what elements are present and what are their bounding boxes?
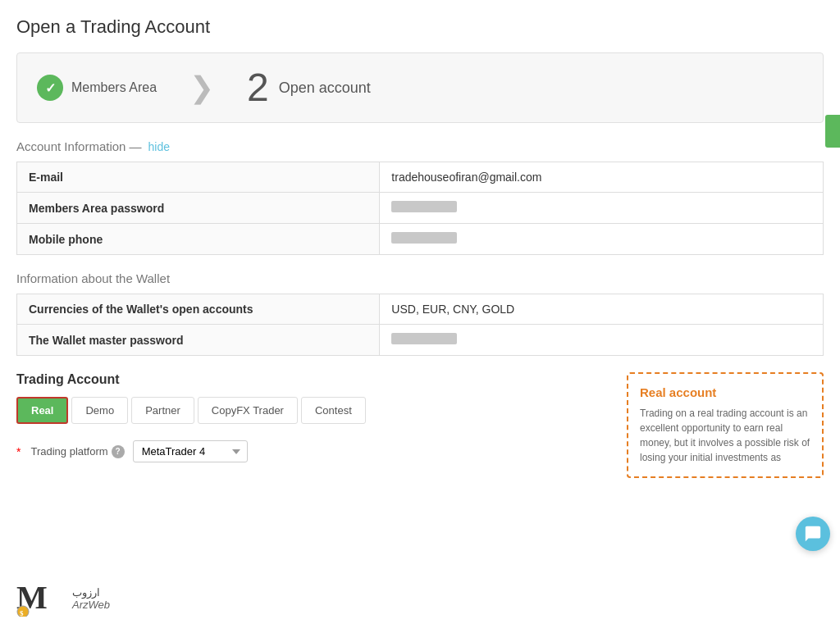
help-icon[interactable]: ? <box>112 445 125 458</box>
trading-account-section: Trading Account Real Demo Partner CopyFX… <box>16 372 824 478</box>
trading-account-title: Trading Account <box>16 372 610 387</box>
table-row: Currencies of the Wallet's open accounts… <box>17 294 824 325</box>
masked-phone <box>391 232 457 244</box>
currencies-label: Currencies of the Wallet's open accounts <box>17 294 380 325</box>
real-account-box: Real account Trading on a real trading a… <box>627 372 824 478</box>
real-account-info: Real account Trading on a real trading a… <box>627 372 824 478</box>
watermark: M $ ارزوب ArzWeb <box>16 576 110 622</box>
account-info-table: E-mail tradehouseofiran@gmail.com Member… <box>16 162 824 255</box>
watermark-logo: M $ <box>16 576 66 622</box>
watermark-text: ارزوب ArzWeb <box>72 586 110 611</box>
tab-contest[interactable]: Contest <box>301 397 366 424</box>
real-account-description: Trading on a real trading account is an … <box>640 406 810 465</box>
password-label: Members Area password <box>17 193 380 224</box>
wallet-password-value <box>380 325 824 356</box>
table-row: The Wallet master password <box>17 325 824 356</box>
step1-label: Members Area <box>71 80 157 95</box>
table-row: Members Area password <box>17 193 824 224</box>
masked-wallet-password <box>391 333 457 344</box>
step1-completed: ✓ Members Area <box>37 75 157 101</box>
table-row: Mobile phone <box>17 224 824 255</box>
step-arrow-icon: ❯ <box>189 73 214 102</box>
trading-account-left: Trading Account Real Demo Partner CopyFX… <box>16 372 610 478</box>
tab-partner[interactable]: Partner <box>131 397 194 424</box>
tab-demo[interactable]: Demo <box>71 397 128 424</box>
tab-real[interactable]: Real <box>16 397 68 424</box>
steps-container: ✓ Members Area ❯ 2 Open account <box>16 52 824 123</box>
masked-password <box>391 201 457 212</box>
svg-text:$: $ <box>20 609 24 617</box>
phone-value <box>380 224 824 255</box>
email-value: tradehouseofiran@gmail.com <box>380 162 824 193</box>
hide-link[interactable]: hide <box>148 140 170 153</box>
phone-label: Mobile phone <box>17 224 380 255</box>
wallet-info-table: Currencies of the Wallet's open accounts… <box>16 294 824 356</box>
account-info-section-title: Account Information — hide <box>16 139 824 153</box>
side-green-indicator <box>825 115 840 148</box>
page-title: Open a Trading Account <box>16 16 824 38</box>
platform-select[interactable]: MetaTrader 4 MetaTrader 5 cTrader <box>133 440 248 462</box>
email-label: E-mail <box>17 162 380 193</box>
tab-copyfx[interactable]: CopyFX Trader <box>198 397 298 424</box>
platform-label: Trading platform ? <box>30 445 124 458</box>
table-row: E-mail tradehouseofiran@gmail.com <box>17 162 824 193</box>
password-value <box>380 193 824 224</box>
currencies-value: USD, EUR, CNY, GOLD <box>380 294 824 325</box>
account-tabs: Real Demo Partner CopyFX Trader Contest <box>16 397 610 424</box>
step2-label: Open account <box>279 80 371 97</box>
page-wrapper: Open a Trading Account ✓ Members Area ❯ … <box>0 0 840 633</box>
chat-icon <box>804 525 822 543</box>
step1-check-icon: ✓ <box>37 75 63 101</box>
step2-current: 2 Open account <box>247 68 371 107</box>
step2-number: 2 <box>247 68 269 107</box>
chat-button[interactable] <box>796 517 830 551</box>
arzweb-logo-svg: M $ <box>16 576 66 617</box>
trading-platform-row: * Trading platform ? MetaTrader 4 MetaTr… <box>16 437 610 462</box>
wallet-info-section-title: Information about the Wallet <box>16 271 824 285</box>
wallet-password-label: The Wallet master password <box>17 325 380 356</box>
required-star: * <box>16 445 21 458</box>
real-account-title: Real account <box>640 385 810 399</box>
